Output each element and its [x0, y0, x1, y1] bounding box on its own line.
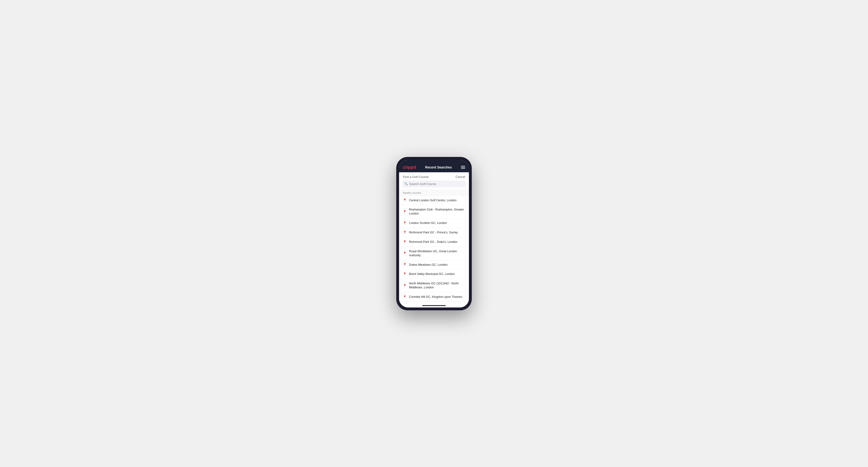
nav-bar: clippd Recent Searches	[399, 163, 469, 172]
pin-icon: 📍	[403, 199, 407, 202]
list-item[interactable]: 📍Coombe Hill GC, Kingston upon Thames	[399, 292, 469, 302]
list-item[interactable]: 📍Dukes Meadows GC, London	[399, 260, 469, 270]
course-name: Richmond Park GC - Duke's, London	[409, 240, 457, 244]
list-item[interactable]: 📍North Middlesex GC (1011942 - North Mid…	[399, 279, 469, 292]
course-name: London Scottish GC, London	[409, 221, 447, 225]
phone-frame: clippd Recent Searches Find a Golf Cours…	[396, 157, 472, 310]
course-name: Central London Golf Centre, London	[409, 198, 457, 203]
list-item[interactable]: 📍Brent Valley Municipal GC, London	[399, 270, 469, 279]
search-icon: 🔍	[404, 182, 408, 185]
search-input[interactable]	[409, 182, 464, 186]
list-item[interactable]: 📍Royal Wimbledon GC, Great London Author…	[399, 247, 469, 260]
find-label: Find a Golf Course	[403, 175, 429, 179]
home-bar	[422, 305, 446, 306]
content-area: Find a Golf Course Cancel 🔍 Nearby cours…	[399, 172, 469, 303]
course-name: Richmond Park GC - Prince's, Surrey	[409, 230, 458, 235]
cancel-button[interactable]: Cancel	[456, 175, 465, 179]
pin-icon: 📍	[403, 222, 407, 225]
status-bar	[399, 160, 469, 163]
course-name: North Middlesex GC (1011942 - North Midd…	[409, 282, 465, 289]
pin-icon: 📍	[403, 263, 407, 266]
find-header: Find a Golf Course Cancel	[399, 172, 469, 181]
search-box: 🔍	[402, 181, 466, 187]
menu-icon[interactable]	[461, 166, 465, 169]
nav-title: Recent Searches	[425, 165, 452, 169]
course-name: Coombe Hill GC, Kingston upon Thames	[409, 295, 462, 299]
pin-icon: 📍	[403, 231, 407, 234]
pin-icon: 📍	[403, 295, 407, 299]
course-name: Dukes Meadows GC, London	[409, 263, 447, 267]
course-name: Brent Valley Municipal GC, London	[409, 272, 455, 276]
pin-icon: 📍	[403, 284, 407, 287]
app-logo: clippd	[403, 165, 416, 170]
pin-icon: 📍	[403, 252, 407, 255]
list-item[interactable]: 📍Richmond Park GC - Prince's, Surrey	[399, 228, 469, 238]
list-item[interactable]: 📍Central London Golf Centre, London	[399, 196, 469, 205]
course-name: Roehampton Club - Roehampton, Greater Lo…	[409, 208, 465, 216]
pin-icon: 📍	[403, 273, 407, 276]
phone-screen: clippd Recent Searches Find a Golf Cours…	[399, 160, 469, 308]
list-item[interactable]: 📍Richmond Park GC - Duke's, London	[399, 238, 469, 247]
list-item[interactable]: 📍Roehampton Club - Roehampton, Greater L…	[399, 205, 469, 219]
home-indicator	[399, 303, 469, 308]
list-item[interactable]: 📍London Scottish GC, London	[399, 219, 469, 228]
pin-icon: 📍	[403, 210, 407, 213]
pin-icon: 📍	[403, 241, 407, 244]
course-list: 📍Central London Golf Centre, London📍Roeh…	[399, 196, 469, 303]
nearby-section-label: Nearby courses	[399, 190, 469, 196]
course-name: Royal Wimbledon GC, Great London Authori…	[409, 249, 465, 257]
search-container: 🔍	[399, 181, 469, 190]
